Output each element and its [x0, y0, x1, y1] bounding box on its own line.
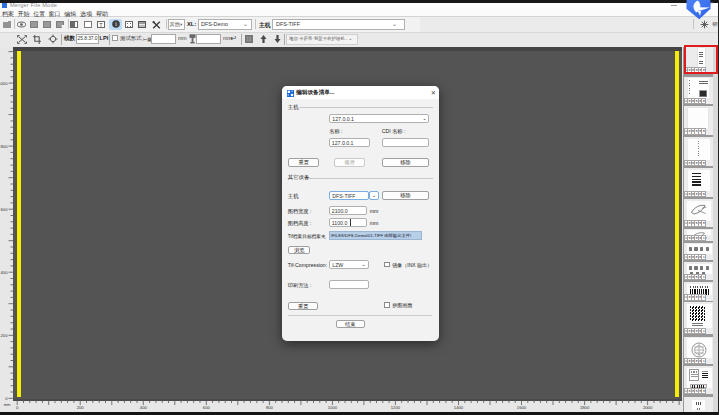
svg-text:400: 400 [1, 270, 9, 275]
svg-text:1000: 1000 [328, 405, 338, 410]
svg-text:1200: 1200 [391, 405, 401, 410]
svg-text:0: 0 [5, 396, 8, 401]
svg-text:200: 200 [1, 333, 9, 338]
svg-text:800: 800 [1, 144, 9, 149]
svg-text:200: 200 [77, 405, 85, 410]
svg-text:600: 600 [203, 405, 211, 410]
svg-text:600: 600 [1, 207, 9, 212]
svg-text:0: 0 [16, 405, 19, 410]
svg-text:1600: 1600 [517, 405, 527, 410]
svg-text:1400: 1400 [454, 405, 464, 410]
svg-text:400: 400 [140, 405, 148, 410]
svg-text:2000: 2000 [643, 405, 653, 410]
svg-text:mm: mm [4, 402, 11, 407]
svg-text:1800: 1800 [580, 405, 590, 410]
svg-text:800: 800 [266, 405, 274, 410]
svg-text:1000: 1000 [0, 81, 8, 86]
